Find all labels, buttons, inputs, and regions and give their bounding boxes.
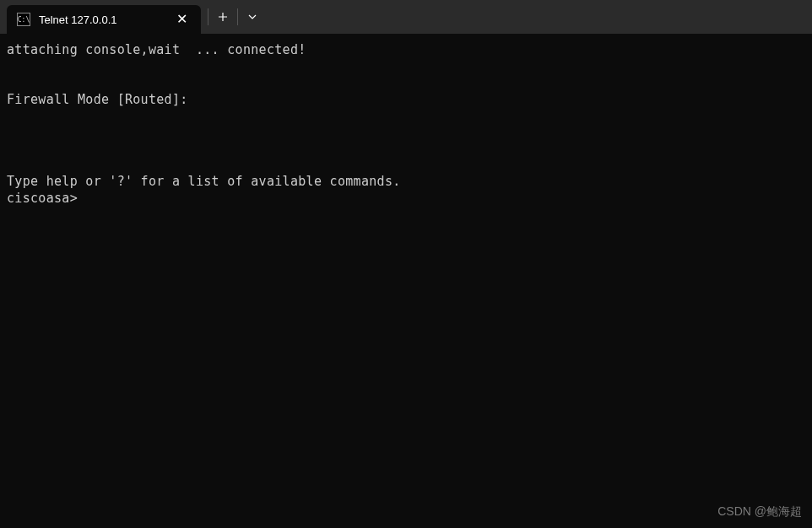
divider [237, 8, 238, 25]
watermark: CSDN @鲍海超 [717, 504, 802, 520]
active-tab[interactable]: C:\ Telnet 127.0.0.1 ✕ [7, 5, 201, 34]
terminal-output[interactable]: attaching console,wait ... connected! Fi… [0, 34, 812, 215]
terminal-prompt: ciscoasa> [7, 191, 78, 206]
tab-dropdown-button[interactable] [240, 4, 265, 30]
title-bar-controls [201, 0, 265, 34]
terminal-line: attaching console,wait ... connected! [7, 42, 306, 57]
chevron-down-icon [248, 14, 257, 19]
new-tab-button[interactable] [210, 4, 235, 30]
tab-title: Telnet 127.0.0.1 [39, 13, 117, 26]
title-bar: C:\ Telnet 127.0.0.1 ✕ [0, 0, 812, 34]
terminal-icon: C:\ [17, 13, 30, 26]
terminal-line: Firewall Mode [Routed]: [7, 92, 188, 107]
tab-content: C:\ Telnet 127.0.0.1 [17, 13, 117, 26]
close-tab-button[interactable]: ✕ [171, 11, 192, 28]
terminal-line: Type help or '?' for a list of available… [7, 174, 401, 189]
divider [208, 8, 208, 25]
plus-icon [218, 12, 228, 22]
